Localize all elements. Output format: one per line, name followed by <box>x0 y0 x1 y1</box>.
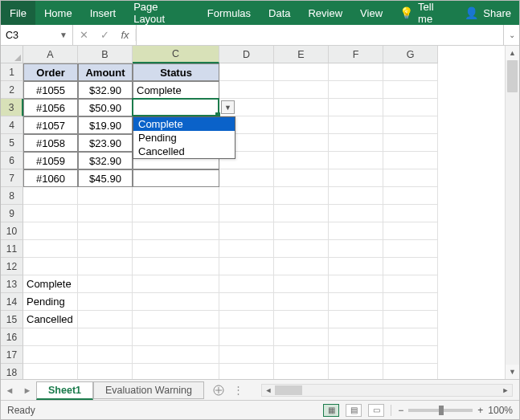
cell[interactable] <box>133 275 219 293</box>
ribbon-tab-pagelayout[interactable]: Page Layout <box>125 1 199 25</box>
cell[interactable] <box>78 240 133 258</box>
cell[interactable] <box>133 240 219 258</box>
column-header[interactable]: F <box>329 46 383 63</box>
cell[interactable] <box>219 205 274 222</box>
cell[interactable] <box>23 187 78 205</box>
ribbon-tab-data[interactable]: Data <box>260 1 299 25</box>
row-header[interactable]: 3 <box>1 99 23 116</box>
cell[interactable] <box>383 311 438 328</box>
zoom-value[interactable]: 100% <box>488 405 513 416</box>
row-header[interactable]: 4 <box>1 116 23 134</box>
cell[interactable] <box>383 187 438 205</box>
cell[interactable] <box>329 205 383 222</box>
status-cell[interactable]: Complete <box>133 81 219 99</box>
cell[interactable] <box>133 328 219 346</box>
cell[interactable] <box>219 258 274 275</box>
amount-cell[interactable]: $32.90 <box>78 81 133 99</box>
order-cell[interactable]: #1059 <box>23 152 78 169</box>
cell[interactable] <box>329 258 383 275</box>
select-all-corner[interactable] <box>1 46 23 63</box>
cell[interactable] <box>274 293 329 311</box>
row-header[interactable]: 6 <box>1 152 23 169</box>
row-header[interactable]: 9 <box>1 205 23 222</box>
share-button[interactable]: 👤Share <box>457 6 519 19</box>
dropdown-option[interactable]: Pending <box>133 131 235 145</box>
order-cell[interactable]: #1058 <box>23 134 78 152</box>
amount-cell[interactable]: $19.90 <box>78 116 133 134</box>
ribbon-tab-view[interactable]: View <box>351 1 391 25</box>
view-normal-button[interactable]: ▦ <box>323 404 339 417</box>
cell[interactable] <box>383 152 438 169</box>
cell[interactable] <box>133 258 219 275</box>
cell[interactable] <box>219 81 274 99</box>
cell[interactable] <box>329 169 383 187</box>
cell[interactable] <box>219 222 274 240</box>
name-box[interactable]: C3 ▼ <box>1 25 73 45</box>
cell[interactable] <box>133 187 219 205</box>
cell[interactable] <box>219 169 274 187</box>
dropdown-option[interactable]: Cancelled <box>133 145 235 158</box>
row-header[interactable]: 17 <box>1 346 23 364</box>
amount-cell[interactable]: $45.90 <box>78 169 133 187</box>
hscroll-thumb[interactable] <box>275 385 302 395</box>
row-header[interactable]: 14 <box>1 293 23 311</box>
cell[interactable] <box>219 311 274 328</box>
cell[interactable] <box>329 293 383 311</box>
cell[interactable] <box>329 311 383 328</box>
table-header[interactable]: Amount <box>78 63 133 81</box>
source-list-cell[interactable]: Cancelled <box>23 311 78 328</box>
ribbon-tab-formulas[interactable]: Formulas <box>199 1 260 25</box>
column-header[interactable]: B <box>78 46 133 63</box>
cell[interactable] <box>23 364 78 379</box>
order-cell[interactable]: #1057 <box>23 116 78 134</box>
cell[interactable] <box>219 275 274 293</box>
row-header[interactable]: 10 <box>1 222 23 240</box>
expand-formula-bar[interactable]: ⌄ <box>503 25 519 45</box>
cell[interactable] <box>383 81 438 99</box>
status-cell[interactable] <box>133 99 219 116</box>
cell[interactable] <box>23 258 78 275</box>
cell[interactable] <box>383 116 438 134</box>
amount-cell[interactable]: $23.90 <box>78 134 133 152</box>
cell[interactable] <box>329 152 383 169</box>
ribbon-tab-file[interactable]: File <box>1 1 35 25</box>
cell[interactable] <box>274 205 329 222</box>
cell[interactable] <box>78 275 133 293</box>
ribbon-tab-review[interactable]: Review <box>299 1 351 25</box>
cell[interactable] <box>133 364 219 379</box>
cell[interactable] <box>329 364 383 379</box>
cell[interactable] <box>383 205 438 222</box>
table-header[interactable]: Order <box>23 63 78 81</box>
cell[interactable] <box>23 222 78 240</box>
cell[interactable] <box>274 81 329 99</box>
cell[interactable] <box>23 240 78 258</box>
cell[interactable] <box>23 328 78 346</box>
cell[interactable] <box>383 169 438 187</box>
cell[interactable] <box>329 116 383 134</box>
cell[interactable] <box>78 187 133 205</box>
cell[interactable] <box>329 275 383 293</box>
cell[interactable] <box>274 311 329 328</box>
cell[interactable] <box>274 240 329 258</box>
cell[interactable] <box>133 293 219 311</box>
cell[interactable] <box>133 311 219 328</box>
cell[interactable] <box>219 187 274 205</box>
row-header[interactable]: 8 <box>1 187 23 205</box>
sheet-nav-prev[interactable]: ◄ <box>1 385 18 395</box>
cell[interactable] <box>78 311 133 328</box>
cell[interactable] <box>329 134 383 152</box>
cell[interactable] <box>133 222 219 240</box>
column-header[interactable]: D <box>219 46 274 63</box>
ribbon-tab-insert[interactable]: Insert <box>81 1 125 25</box>
row-header[interactable]: 1 <box>1 63 23 81</box>
cell[interactable] <box>274 346 329 364</box>
order-cell[interactable]: #1055 <box>23 81 78 99</box>
sheet-tab-evaluation[interactable]: Evaluation Warning <box>93 381 204 399</box>
cell[interactable] <box>133 346 219 364</box>
order-cell[interactable]: #1060 <box>23 169 78 187</box>
cell[interactable] <box>219 364 274 379</box>
cell[interactable] <box>329 240 383 258</box>
dropdown-option[interactable]: Complete <box>133 117 235 131</box>
cell[interactable] <box>23 346 78 364</box>
status-cell[interactable] <box>133 169 219 187</box>
